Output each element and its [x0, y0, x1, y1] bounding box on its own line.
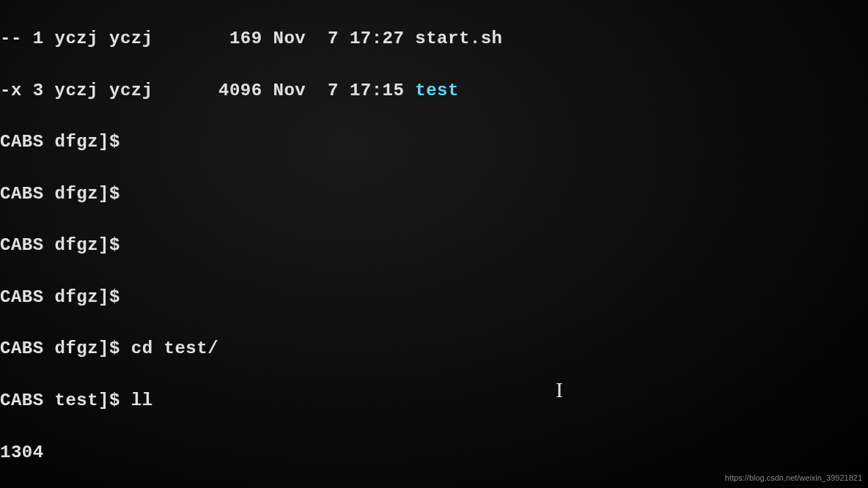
prompt-line: CABS dfgz]$	[0, 232, 868, 258]
terminal-output[interactable]: -- 1 yczj yczj 169 Nov 7 17:27 start.sh …	[0, 0, 868, 488]
mouse-text-cursor: I	[556, 374, 563, 406]
command-ll: ll	[131, 391, 153, 410]
ls-row: -- 1 yczj yczj 169 Nov 7 17:27 start.sh	[0, 26, 868, 51]
file-start-sh: start.sh	[415, 29, 502, 48]
prompt-line: CABS dfgz]$	[0, 129, 868, 155]
dir-test: test	[415, 81, 459, 100]
prompt-line: CABS dfgz]$	[0, 181, 868, 207]
prompt-line: CABS dfgz]$ cd test/	[0, 336, 868, 361]
ls-row: -x 3 yczj yczj 4096 Nov 7 17:15 test	[0, 78, 868, 103]
total-line: 1304	[0, 440, 868, 465]
prompt-line: CABS test]$ ll	[0, 388, 868, 413]
command-cd: cd test/	[131, 339, 218, 358]
watermark: https://blog.csdn.net/weixin_39921821	[725, 472, 862, 484]
prompt-line: CABS dfgz]$	[0, 284, 868, 310]
